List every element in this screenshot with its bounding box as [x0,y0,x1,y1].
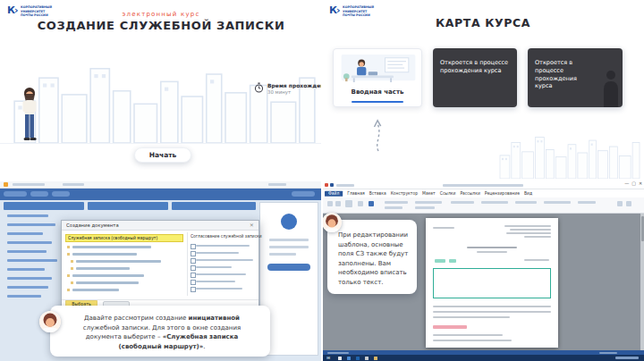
tab-design[interactable]: Конструктор [391,191,418,196]
column-header [4,202,84,210]
autosave-icon[interactable] [325,183,328,187]
taskbar-app-icon[interactable] [347,357,351,360]
tab-references[interactable]: Ссылки [440,191,456,196]
dialog-title: Создание документа [66,222,119,228]
start-course-button[interactable]: Начать [134,147,191,163]
taskbar-tray-placeholder [615,357,639,359]
intro-section-illustration [336,52,420,86]
tab-mailings[interactable]: Рассылки [460,191,479,196]
course-section-card-locked-2[interactable]: Откроется в процессе прохождения курса [528,48,623,107]
duration-value: 30 минут [267,89,322,95]
tab-review[interactable]: Рецензирование [485,191,520,196]
course-section-card-intro[interactable]: Вводная часть [333,48,422,107]
montage-divider-horizontal [0,180,644,181]
taskbar-word-icon[interactable] [356,357,360,360]
close-icon[interactable]: ✕ [639,181,642,187]
narrator-avatar-illustration [322,213,342,232]
city-skyline-illustration [13,50,317,143]
windows-taskbar: ⊞ [322,355,644,361]
course-section-card-locked-1[interactable]: Откроется в процессе прохождения курса [433,48,517,107]
taskbar-app-icon[interactable] [338,357,342,360]
window-controls: — ▢ ✕ [624,181,642,187]
vertical-scrollbar[interactable] [640,214,644,350]
dialog-titlebar: Создание документа ✕ [62,221,258,231]
locked-section-text: Откроется в процессе прохождения курса [535,59,596,90]
duration-info: Время прохождения 30 минут [254,82,322,96]
active-section-indicator [352,101,403,103]
maximize-icon[interactable]: ▢ [631,181,636,187]
logo-mark-icon: К› [7,5,18,15]
dialog-divider [187,232,188,296]
tab-home[interactable]: Главная [347,191,364,196]
user-badge-icon [281,214,297,230]
section-label: Вводная часть [334,88,421,96]
narrator-avatar [39,311,61,332]
column-header [88,202,168,210]
ground-line [0,143,322,144]
corporate-university-logo: К› КОРПОРАТИВНЫЙ УНИВЕРСИТЕТ ПОЧТЫ РОССИ… [7,5,77,26]
narrator-caption: Давайте рассмотрим создание инициативной… [50,306,270,357]
screenshot-word-template: — ▢ ✕ Файл Главная Вставка Конструктор М… [322,180,644,361]
app-logo-icon [4,182,8,187]
taskbar-app-icon[interactable] [374,357,377,360]
logo-text: КОРПОРАТИВНЫЙ УНИВЕРСИТЕТ ПОЧТЫ РОССИИ [343,5,374,16]
close-icon[interactable]: ✕ [250,222,254,228]
autofilled-field-highlight [435,259,445,263]
word-titlebar: — ▢ ✕ [322,180,644,189]
tab-view[interactable]: Вид [524,191,532,196]
arrow-up-to-intro-icon [370,114,386,155]
logo-mark-icon: К› [329,5,340,15]
narrator-caption: При редактировании шаблона, основные пол… [327,220,417,294]
save-icon[interactable] [330,183,334,187]
edo-toolbar [0,189,322,200]
corporate-university-logo: К› КОРПОРАТИВНЫЙ УНИВЕРСИТЕТ ПОЧТЫ РОССИ… [329,5,399,26]
ribbon-tab-row: Файл Главная Вставка Конструктор Макет С… [325,189,644,197]
memo-template-page[interactable] [426,218,558,348]
tab-insert[interactable]: Вставка [369,191,386,196]
panel-action-button[interactable] [267,264,310,271]
tab-file[interactable]: Файл [325,190,343,196]
taskbar-app-icon[interactable] [365,357,369,360]
city-skyline-illustration [499,127,640,179]
start-menu-icon[interactable]: ⊞ [326,356,330,360]
create-document-dialog: Создание документа ✕ Служебная записка (… [61,220,259,311]
selected-text-highlight [433,325,467,329]
screenshot-edo-document-system: Создание документа ✕ Служебная записка (… [0,180,322,361]
minimize-icon[interactable]: — [624,181,629,187]
memo-title-placeholder [467,247,517,248]
duration-label: Время прохождения [267,82,322,88]
autofilled-field-highlight [449,259,456,263]
memo-text-field[interactable] [433,268,551,298]
column-header [172,202,256,210]
document-title-placeholder [443,184,523,187]
edo-window-titlebar [0,180,322,189]
person-silhouette-icon [599,68,621,107]
logo-text: КОРПОРАТИВНЫЙ УНИВЕРСИТЕТ ПОЧТЫ РОССИИ [21,5,52,16]
slide-course-map: К› КОРПОРАТИВНЫЙ УНИВЕРСИТЕТ ПОЧТЫ РОССИ… [322,0,644,180]
duration-text: Время прохождения 30 минут [267,82,322,96]
narrator-avatar-illustration [39,311,61,332]
scrollbar-thumb[interactable] [641,216,644,241]
document-type-item-selected[interactable]: Служебная записка (свободный маршрут) [65,234,183,242]
dialog-panel-header: Согласование служебной записки [191,234,262,239]
locked-section-text: Откроется в процессе прохождения курса [440,59,510,75]
slide-intro: К› КОРПОРАТИВНЫЙ УНИВЕРСИТЕТ ПОЧТЫ РОССИ… [0,0,322,180]
clock-icon [254,82,264,93]
narrator-avatar [322,213,342,232]
ribbon-controls [322,197,644,214]
course-screens-montage: К› КОРПОРАТИВНЫЙ УНИВЕРСИТЕТ ПОЧТЫ РОССИ… [0,0,644,361]
tab-layout[interactable]: Макет [422,191,436,196]
girl-character-illustration [16,87,43,146]
